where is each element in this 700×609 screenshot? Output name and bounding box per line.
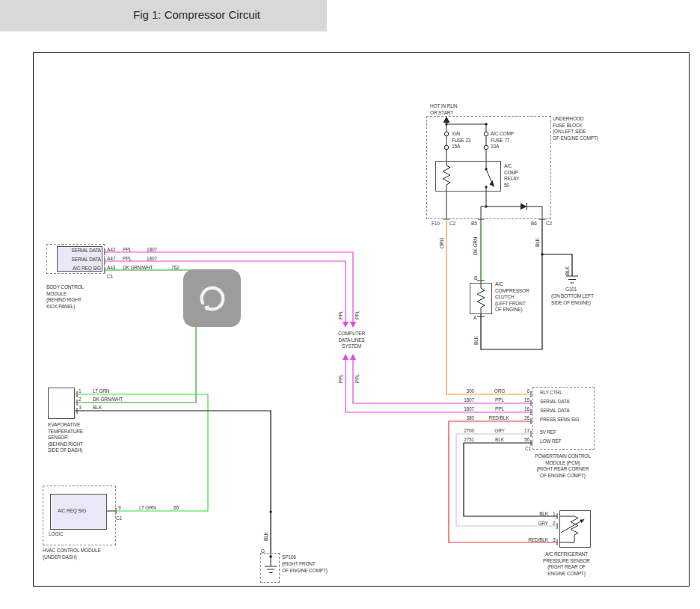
pcm-pin: 6 bbox=[521, 388, 529, 395]
pcm-circuit: 2751 bbox=[458, 437, 474, 444]
bcm-circuit: 1807 bbox=[147, 247, 157, 254]
wire-label-blk: BLK bbox=[473, 336, 479, 345]
hvac-pin: 9 bbox=[118, 505, 120, 512]
pcm-connector: C1 bbox=[525, 446, 531, 453]
hvac-name: HVAC CONTROL MODULE (UNDER DASH) bbox=[43, 548, 101, 560]
bcm-pin: A47 bbox=[107, 256, 115, 263]
wire-label-blk: BLK bbox=[565, 266, 571, 275]
connector-c2: C2 bbox=[546, 221, 552, 227]
fuse2-label: A/C COMP FUSE 77 10A bbox=[491, 131, 514, 150]
data-lines-arrow-icon bbox=[343, 322, 349, 328]
hvac-circuit: 66 bbox=[174, 505, 179, 512]
g101-name: (ON BOTTOM LEFT SIDE OF ENGINE) bbox=[551, 293, 594, 306]
pcm-circuit: 2700 bbox=[458, 428, 474, 435]
wire-label-org: ORG bbox=[439, 238, 445, 248]
pcm-circuit: 1807 bbox=[461, 406, 474, 413]
loading-spinner-icon bbox=[196, 282, 229, 315]
pcm-wire-color: PPL bbox=[488, 406, 512, 413]
bcm-connector: C1 bbox=[107, 274, 113, 281]
clutch-terminal-a: A bbox=[473, 315, 476, 322]
sp106-name: (RIGHT FRONT OF ENGINE COMPT) bbox=[282, 561, 328, 574]
sensor-pin: 1 bbox=[553, 511, 555, 518]
pcm-signal: RLY CTRL bbox=[540, 390, 562, 397]
g101-label: G101 bbox=[565, 287, 577, 293]
sp106-label: SP106 bbox=[282, 554, 296, 561]
sensor-wire-color: RED/BLK bbox=[516, 537, 548, 544]
hvac-connector: C1 bbox=[116, 515, 122, 522]
bcm-signal: SERIAL DATA bbox=[58, 257, 101, 263]
data-lines-arrow-icon bbox=[350, 354, 356, 360]
bcm-signal: SERIAL DATA bbox=[58, 248, 101, 254]
pcm-wire-color: RED/BLK bbox=[485, 415, 513, 422]
power-source-label: HOT IN RUN OR START bbox=[430, 103, 457, 116]
fuse-block-name: UNDERHOOD FUSE BLOCK (ON LEFT SIDE OF EN… bbox=[553, 116, 598, 141]
relay-label: A/C COMP RELAY 50 bbox=[504, 163, 519, 189]
bcm-pin: A42 bbox=[107, 247, 115, 254]
connector-f10: F10 bbox=[432, 221, 440, 227]
pcm-name: POWERTRAIN CONTROL MODULE (PCM) (RIGHT R… bbox=[531, 453, 595, 479]
pressure-sensor-name: A/C REFRIGERANT PRESSURE SENSOR (RIGHT R… bbox=[539, 551, 594, 577]
pcm-signal: PRESS SENS SIG bbox=[540, 417, 579, 423]
pcm-pin: 15 bbox=[521, 397, 529, 404]
evap-wire-color: DK GRN/WHT bbox=[93, 397, 123, 403]
sp106-box bbox=[260, 553, 280, 583]
pcm-signal: 5V REF bbox=[540, 429, 556, 436]
sensor-wire-color: BLK bbox=[516, 511, 548, 518]
sensor-pin: 3 bbox=[553, 537, 555, 544]
wire-label-blk: BLK bbox=[535, 238, 541, 247]
pcm-pin: 26 bbox=[521, 415, 529, 422]
bcm-pin: A43 bbox=[107, 265, 115, 272]
evap-wire-color: BLK bbox=[93, 405, 102, 411]
loading-overlay bbox=[183, 269, 241, 327]
clutch-terminal-b: B bbox=[474, 275, 477, 282]
wire-label-ppl: PPL bbox=[338, 310, 344, 319]
sp106-ground-label: G bbox=[261, 548, 265, 555]
ground-icons bbox=[265, 276, 578, 573]
g101-ground-icon bbox=[566, 276, 578, 283]
bcm-wire-color: DK GRN/WHT bbox=[123, 265, 153, 272]
pcm-wire-color: BLK bbox=[488, 437, 512, 444]
clutch-name: A/C COMPRESSOR CLUTCH (LEFT FRONT OF ENG… bbox=[495, 281, 529, 313]
pcm-circuit: 380 bbox=[461, 415, 474, 422]
data-lines-arrow-icon bbox=[343, 354, 349, 360]
wire-label-ppl: PPL bbox=[354, 374, 360, 383]
pcm-pin: 16 bbox=[521, 406, 529, 413]
pcm-signal: SERIAL DATA bbox=[540, 408, 569, 414]
pcm-signal: LOW REF bbox=[540, 438, 562, 445]
wire-dk-grn-wht bbox=[75, 270, 196, 403]
connector-c2: C2 bbox=[449, 221, 455, 227]
sensor-pin: 2 bbox=[553, 521, 555, 527]
pcm-circuit: 1807 bbox=[461, 397, 474, 404]
fuse1-label: IGN FUSE 23 15A bbox=[452, 131, 470, 150]
wire-label-ppl: PPL bbox=[338, 374, 344, 383]
ac-comp-relay-box bbox=[435, 161, 501, 192]
evap-wire-color: LT GRN bbox=[93, 388, 109, 395]
pcm-wire-color: ORG bbox=[488, 388, 512, 395]
evap-name: EVAPORATIVE TEMPERATURE SENSOR (BEHIND R… bbox=[48, 422, 83, 454]
wire-label-blk: BLK bbox=[263, 532, 269, 541]
hvac-signal: A/C REQ SIG bbox=[58, 508, 86, 515]
hvac-wire-color: LT GRN bbox=[139, 505, 156, 512]
wire-label-dk-grn: DK GRN bbox=[473, 237, 479, 255]
bcm-wire-color: PPL bbox=[123, 247, 132, 254]
pcm-pin: 56 bbox=[521, 437, 529, 444]
pcm-circuit: 300 bbox=[461, 388, 474, 395]
data-lines-arrow-icon bbox=[350, 322, 356, 328]
evap-pin: 3 bbox=[79, 405, 81, 411]
bcm-circuit: 762 bbox=[171, 265, 179, 272]
connector-b5: B5 bbox=[471, 221, 477, 227]
pcm-wire-color: GRY bbox=[488, 428, 512, 435]
pressure-sensor-box bbox=[559, 510, 591, 548]
pcm-wire-color: PPL bbox=[488, 397, 512, 404]
wire-label-ppl: PPL bbox=[354, 310, 360, 319]
sensor-wire-color: GRY bbox=[516, 521, 548, 527]
bcm-name: BODY CONTROL MODULE (BEHIND RIGHT KICK P… bbox=[46, 284, 84, 310]
clutch-box bbox=[470, 283, 492, 314]
bcm-circuit: 1807 bbox=[147, 256, 157, 263]
pcm-pin: 17 bbox=[521, 428, 529, 435]
pcm-signal: SERIAL DATA bbox=[540, 399, 569, 406]
data-lines-label: COMPUTER DATA LINES SYSTEM bbox=[330, 331, 373, 350]
evap-pin: 2 bbox=[79, 397, 81, 403]
evap-sensor-box bbox=[48, 388, 75, 419]
bcm-wire-color: PPL bbox=[123, 256, 132, 263]
